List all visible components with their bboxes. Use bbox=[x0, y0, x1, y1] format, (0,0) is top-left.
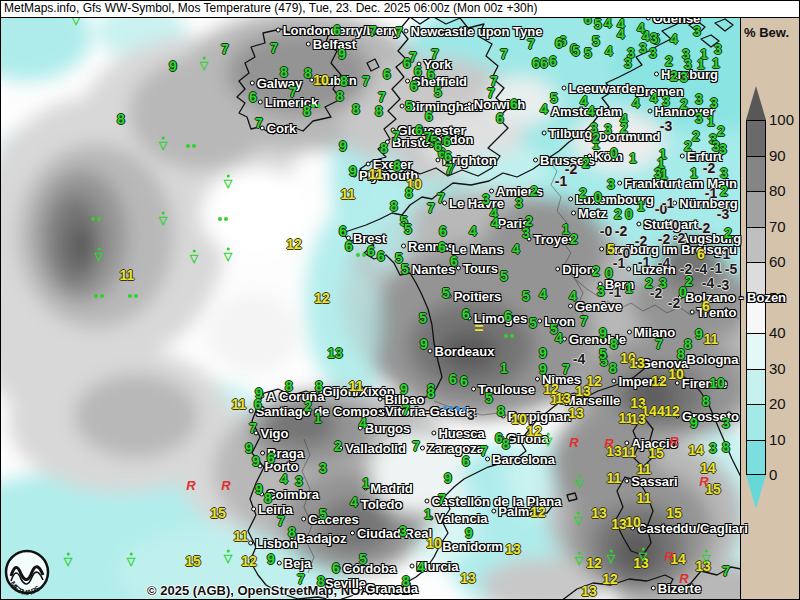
colorbar-unit-label: % Bew. bbox=[744, 25, 789, 40]
colorbar-tick-label: 20 bbox=[769, 396, 786, 412]
colorbar-tick-label: 50 bbox=[769, 290, 786, 306]
copyright-attribution: © 2025 (AGB), OpenStreetMap, NOAA NCEP bbox=[147, 583, 418, 598]
colorbar-panel: % Bew. 1009080706050403020100 bbox=[740, 17, 799, 600]
colorbar bbox=[746, 86, 766, 509]
colorbar-tick-label: 0 bbox=[769, 467, 777, 483]
colorbar-tick-label: 90 bbox=[769, 148, 786, 164]
metmaps-logo: METMAPS bbox=[3, 548, 51, 600]
map-title: MetMaps.info, Gfs WW-Symbol, Mos Tempera… bbox=[4, 1, 537, 15]
colorbar-tick-label: 60 bbox=[769, 254, 786, 270]
metmaps-weather-map-window: MetMaps.info, Gfs WW-Symbol, Mos Tempera… bbox=[0, 0, 800, 600]
cloud-cover-shading bbox=[1, 17, 741, 600]
colorbar-tick-label: 30 bbox=[769, 361, 786, 377]
colorbar-tick-label: 70 bbox=[769, 219, 786, 235]
title-bar: MetMaps.info, Gfs WW-Symbol, Mos Tempera… bbox=[1, 1, 799, 18]
colorbar-tick-label: 80 bbox=[769, 183, 786, 199]
colorbar-tick-label: 40 bbox=[769, 325, 786, 341]
colorbar-tick-label: 100 bbox=[769, 112, 794, 128]
colorbar-tick-label: 10 bbox=[769, 432, 786, 448]
map-canvas[interactable]: © 2025 (AGB), OpenStreetMap, NOAA NCEP M… bbox=[1, 17, 741, 600]
